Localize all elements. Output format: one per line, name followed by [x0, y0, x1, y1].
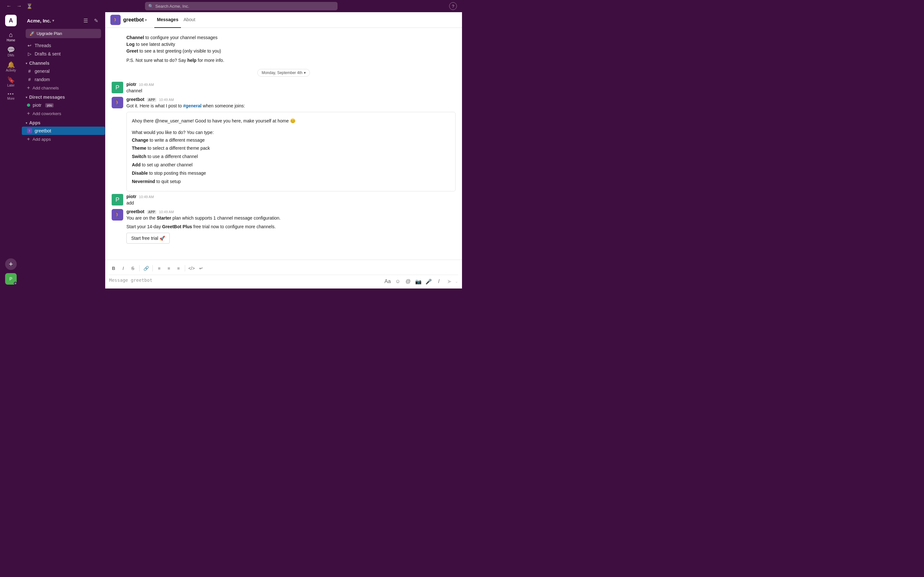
- sidebar-item-threads[interactable]: ↩ Threads: [22, 41, 105, 50]
- message-text-piotr-1: channel: [126, 87, 456, 94]
- tab-messages[interactable]: Messages: [154, 12, 181, 28]
- activity-icon: 🔔: [7, 61, 15, 68]
- sidebar-item-random[interactable]: # random: [22, 75, 105, 84]
- add-workspace-button[interactable]: +: [5, 258, 17, 270]
- rocket-icon: 🚀: [29, 31, 35, 36]
- add-apps-label: Add apps: [32, 137, 51, 142]
- bold-button[interactable]: B: [109, 264, 118, 273]
- message-input[interactable]: [109, 277, 382, 285]
- sidebar-item-drafts[interactable]: ▷ Drafts & sent: [22, 50, 105, 58]
- message-row-greetbot-1: 🚶 greetbot APP 10:49 AM Got it. Here is …: [111, 95, 456, 193]
- search-bar[interactable]: 🔍: [145, 2, 338, 10]
- iconbar-item-dms[interactable]: 💬 DMs: [0, 45, 22, 59]
- slash-command-button[interactable]: /: [435, 277, 443, 286]
- strikethrough-button[interactable]: S: [128, 264, 137, 273]
- add-channels-item[interactable]: + Add channels: [22, 84, 105, 92]
- iconbar-item-activity[interactable]: 🔔 Activity: [0, 60, 22, 74]
- home-icon: ⌂: [9, 31, 13, 38]
- message-header-piotr-1: piotr 10:49 AM: [126, 82, 456, 87]
- back-button[interactable]: ←: [5, 2, 13, 10]
- link-button[interactable]: 🔗: [142, 264, 150, 273]
- nav-buttons: ← → ⏳: [5, 2, 33, 10]
- forward-button[interactable]: →: [15, 2, 23, 10]
- history-button[interactable]: ⏳: [26, 2, 33, 10]
- fmt-sep-3: [185, 265, 185, 271]
- option-nevermind: Nevermind to quit setup: [132, 178, 450, 185]
- italic-button[interactable]: I: [119, 264, 128, 273]
- message-input-row: Aa ☺ @ 📷 🎤 / ➤ ⌄: [109, 275, 458, 286]
- sender-greetbot-2: greetbot: [126, 209, 144, 214]
- add-coworkers-label: Add coworkers: [32, 111, 61, 116]
- greetbot-avatar-1: 🚶: [111, 97, 123, 108]
- general-link[interactable]: #general: [183, 103, 202, 108]
- help-button[interactable]: ?: [449, 2, 457, 10]
- send-button[interactable]: ➤: [445, 277, 454, 286]
- time-piotr-2: 10:49 AM: [139, 195, 153, 199]
- code-button[interactable]: </>: [187, 264, 196, 273]
- greetbot-header-icon: 🚶: [110, 15, 121, 25]
- plus-icon-channels: +: [27, 85, 30, 91]
- message-text-piotr-2: add: [126, 200, 456, 206]
- ordered-list-button[interactable]: ≡: [155, 264, 164, 273]
- message-content-piotr-2: piotr 10:49 AM add: [126, 194, 456, 206]
- tab-about[interactable]: About: [181, 12, 198, 28]
- what-to-do-prompt: What would you like to do? You can type:: [132, 129, 450, 137]
- fmt-sep-2: [152, 265, 153, 271]
- iconbar-item-home[interactable]: ⌂ Home: [0, 29, 22, 44]
- unordered-list-button[interactable]: ≡: [164, 264, 173, 273]
- time-greetbot-1: 10:49 AM: [159, 98, 174, 102]
- hash-icon-general: #: [27, 69, 32, 74]
- emoji-button[interactable]: ☺: [393, 277, 402, 286]
- start-free-trial-button[interactable]: Start free trial 🚀: [126, 233, 170, 243]
- apps-section-header[interactable]: ▾ Apps: [22, 119, 105, 127]
- text-format-button[interactable]: Aa: [383, 277, 392, 286]
- sidebar-item-general[interactable]: # general: [22, 67, 105, 75]
- upgrade-plan-label: Upgrade Plan: [37, 31, 62, 36]
- channel-name-header[interactable]: greetbot ▾: [123, 17, 147, 23]
- apps-section-title: Apps: [29, 120, 40, 125]
- later-icon: 🔖: [7, 77, 15, 83]
- block-quote-button[interactable]: ≡: [174, 264, 183, 273]
- audio-button[interactable]: 🎤: [424, 277, 433, 286]
- workspace-name[interactable]: Acme, Inc. ▾: [27, 18, 54, 23]
- dm-section-header[interactable]: ▾ Direct messages: [22, 93, 105, 101]
- iconbar-item-later[interactable]: 🔖 Later: [0, 75, 22, 89]
- sidebar-header-icons: ☰ ✎: [82, 17, 100, 24]
- content-area: 🚶 greetbot ▾ Messages About Channel: [105, 12, 462, 288]
- sidebar-item-greetbot[interactable]: 🚶 greetbot: [22, 127, 105, 135]
- channel-name-text: greetbot: [123, 17, 144, 23]
- search-icon: 🔍: [148, 4, 153, 9]
- search-input[interactable]: [155, 4, 334, 9]
- code-block-button[interactable]: ↵: [197, 264, 206, 273]
- iconbar-label-later: Later: [7, 84, 15, 87]
- iconbar-label-more: More: [7, 97, 15, 100]
- workspace-avatar[interactable]: A: [5, 15, 17, 26]
- channel-tabs: Messages About: [154, 12, 198, 28]
- mention-button[interactable]: @: [404, 277, 413, 286]
- trial-text: Start your 14-day GreetBot Plus free tri…: [126, 223, 456, 230]
- iconbar-item-more[interactable]: ••• More: [0, 90, 22, 102]
- main-layout: A ⌂ Home 💬 DMs 🔔 Activity 🔖 Later ••• Mo…: [0, 12, 462, 288]
- send-dropdown-button[interactable]: ⌄: [455, 279, 458, 284]
- compose-button[interactable]: ✎: [92, 17, 100, 24]
- message-text-greetbot-1: Got it. Here is what I post to #general …: [126, 103, 456, 109]
- channels-section-header[interactable]: ▾ Channels: [22, 59, 105, 67]
- message-content-piotr-1: piotr 10:49 AM channel: [126, 82, 456, 94]
- sender-piotr-1: piotr: [126, 82, 136, 87]
- option-add: Add to set up another channel: [132, 161, 450, 169]
- iconbar-label-activity: Activity: [6, 69, 16, 72]
- intro-ps: P.S. Not sure what to do? Say help for m…: [126, 57, 456, 64]
- add-apps-item[interactable]: + Add apps: [22, 135, 105, 143]
- sidebar-nav-section: ↩ Threads ▷ Drafts & sent: [22, 41, 105, 59]
- upgrade-plan-button[interactable]: 🚀 Upgrade Plan: [26, 29, 101, 38]
- dm-toggle-icon: ▾: [26, 95, 27, 99]
- add-coworkers-item[interactable]: + Add coworkers: [22, 109, 105, 118]
- video-button[interactable]: 📷: [414, 277, 423, 286]
- filter-button[interactable]: ☰: [82, 17, 89, 24]
- date-badge[interactable]: Monday, September 4th ▾: [257, 69, 310, 77]
- intro-message-text: Channel to configure your channel messag…: [126, 34, 456, 55]
- drafts-label: Drafts & sent: [35, 51, 61, 56]
- sidebar-item-piotr[interactable]: piotr you: [22, 101, 105, 109]
- bot-options-list: Change to write a different message Them…: [132, 137, 450, 185]
- user-avatar[interactable]: P: [5, 273, 17, 285]
